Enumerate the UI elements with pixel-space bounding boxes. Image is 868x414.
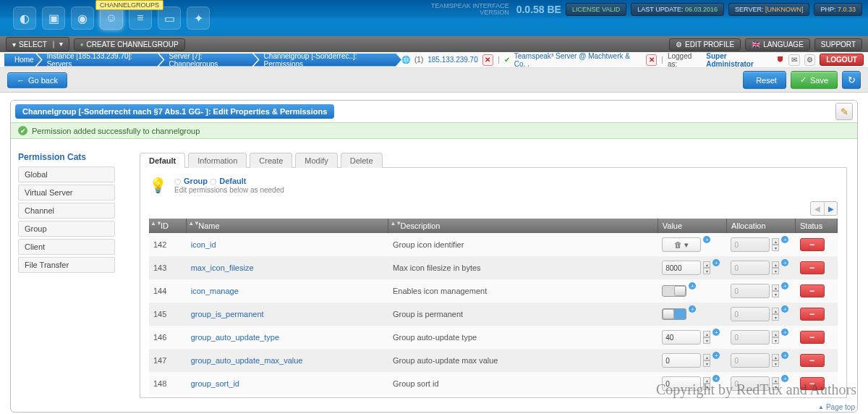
delete-row-button[interactable]: − [800, 261, 825, 274]
value-input[interactable] [662, 353, 701, 368]
add-value-button[interactable]: + [689, 305, 696, 313]
nav-misc-icon[interactable]: ✦ [187, 7, 210, 30]
add-allocation-button[interactable]: + [781, 305, 788, 313]
cell-name[interactable]: group_auto_update_max_value [187, 349, 388, 372]
tab-create[interactable]: Create [250, 153, 292, 168]
create-channelgroup-button[interactable]: CREATE CHANNELGROUP [74, 38, 185, 51]
add-allocation-button[interactable]: + [781, 282, 788, 290]
value-input[interactable] [662, 261, 701, 275]
page-next-button[interactable]: ▶ [824, 202, 837, 215]
tab-modify[interactable]: Modify [295, 153, 337, 168]
check-icon: ✔ [504, 56, 510, 64]
server-close-button[interactable]: ✕ [646, 54, 657, 66]
delete-row-button[interactable]: − [800, 308, 825, 321]
instance-close-button[interactable]: ✕ [482, 54, 493, 66]
cell-name[interactable]: group_is_permanent [187, 303, 388, 326]
allocation-input[interactable] [731, 237, 770, 252]
permission-cats-sidebar: Permission Cats Global Virtual Server Ch… [11, 145, 118, 413]
cell-name[interactable]: max_icon_filesize [187, 256, 388, 279]
allocation-input[interactable] [731, 353, 770, 368]
delete-row-button[interactable]: − [800, 331, 825, 344]
allocation-spinner[interactable]: ▴▾ [772, 354, 779, 367]
add-allocation-button[interactable]: + [781, 329, 788, 336]
add-value-button[interactable]: + [703, 236, 710, 243]
crumb-server[interactable]: Server [7]: Channelgroups [159, 54, 258, 67]
language-button[interactable]: 🇬🇧 LANGUAGE [745, 38, 810, 51]
mail-button[interactable]: ✉ [788, 54, 799, 66]
th-id[interactable]: ▲▼ID [149, 219, 187, 233]
support-button[interactable]: SUPPORT [814, 38, 862, 51]
refresh-button[interactable] [842, 71, 861, 89]
delete-row-button[interactable]: − [800, 284, 825, 297]
php-chip: PHP: 7.0.33 [814, 3, 862, 16]
th-desc[interactable]: ▲▼Description [388, 219, 658, 233]
add-value-button[interactable]: + [689, 282, 696, 290]
crumb-instance[interactable]: Instance [185.133.239.70]: Servers [37, 54, 163, 67]
value-spinner[interactable]: ▴▾ [703, 261, 710, 274]
add-allocation-button[interactable]: + [781, 352, 788, 359]
license-chip: LICENSE VALID [566, 3, 626, 16]
cell-id: 148 [149, 372, 187, 395]
value-input[interactable] [662, 330, 701, 345]
allocation-input[interactable] [731, 284, 770, 298]
edit-title-button[interactable]: ✎ [835, 103, 853, 120]
logout-button[interactable]: LOGOUT [820, 54, 864, 66]
th-status[interactable]: Status [796, 219, 838, 233]
value-spinner[interactable]: ▴▾ [703, 354, 710, 367]
value-icon-picker[interactable]: 🗑 ▾ [662, 237, 701, 252]
reset-button[interactable]: Reset [743, 71, 786, 89]
add-allocation-button[interactable]: + [781, 259, 788, 266]
allocation-input[interactable] [731, 307, 770, 321]
page-prev-button[interactable]: ◀ [811, 202, 824, 215]
value-toggle[interactable] [662, 308, 686, 320]
logged-user-link[interactable]: Super Administrator [706, 52, 773, 68]
allocation-spinner[interactable]: ▴▾ [772, 261, 779, 274]
select-instance-button[interactable]: ▾ SELECT ｜ ▾ [6, 37, 69, 51]
allocation-spinner[interactable]: ▴▾ [772, 308, 779, 321]
edit-profile-button[interactable]: EDIT PROFILE [669, 38, 741, 51]
cell-name[interactable]: icon_manage [187, 279, 388, 303]
page-top-link[interactable]: Page top [818, 403, 855, 411]
save-button[interactable]: Save [791, 71, 838, 89]
nav-dashboard-icon[interactable]: ◐ [13, 7, 36, 30]
cat-channel[interactable]: Channel [18, 203, 115, 219]
cat-global[interactable]: Global [18, 166, 115, 182]
tab-information[interactable]: Information [188, 153, 247, 168]
nav-instance-icon[interactable]: ◉ [71, 7, 94, 30]
cat-file-transfer[interactable]: File Transfer [18, 257, 115, 273]
crumb-home[interactable]: Home [4, 54, 41, 67]
cat-virtual-server[interactable]: Virtual Server [18, 185, 115, 200]
th-value[interactable]: Value [658, 219, 726, 233]
add-value-button[interactable]: + [712, 352, 720, 359]
add-allocation-button[interactable]: + [781, 236, 788, 243]
value-toggle[interactable] [662, 285, 686, 297]
server-name-link[interactable]: Teamspeak³ Server @ Machtwerk & Co. . [514, 52, 642, 68]
instance-ip-link[interactable]: 185.133.239.70 [427, 56, 478, 64]
value-spinner[interactable]: ▴▾ [703, 331, 710, 344]
tab-delete[interactable]: Delete [341, 153, 383, 168]
settings-button[interactable]: ⚙ [804, 54, 815, 66]
cat-group[interactable]: Group [18, 221, 115, 237]
add-value-button[interactable]: + [712, 329, 720, 336]
cell-name[interactable]: group_auto_update_type [187, 326, 388, 349]
allocation-spinner[interactable]: ▴▾ [772, 284, 779, 297]
th-name[interactable]: ▲▼Name [187, 219, 388, 233]
allocation-spinner[interactable]: ▴▾ [772, 238, 779, 251]
cell-id: 146 [149, 326, 187, 349]
th-alloc[interactable]: Allocation [726, 219, 795, 233]
delete-row-button[interactable]: − [800, 354, 825, 367]
go-back-button[interactable]: Go back [7, 72, 67, 88]
nav-servers-icon[interactable]: ▣ [42, 7, 65, 30]
allocation-spinner[interactable]: ▴▾ [772, 331, 779, 344]
allocation-input[interactable] [731, 261, 770, 275]
allocation-input[interactable] [731, 330, 770, 345]
action-bar: Go back Reset Save [0, 68, 868, 93]
cell-name[interactable]: group_sort_id [187, 372, 388, 395]
cell-desc: Group sort id [388, 372, 658, 395]
add-value-button[interactable]: + [712, 259, 720, 266]
tab-default[interactable]: Default [140, 153, 185, 168]
crumb-channelgroup[interactable]: Channelgroup [-Sonderrec..]: Permissions [254, 54, 401, 67]
delete-row-button[interactable]: − [800, 238, 825, 251]
cell-name[interactable]: icon_id [187, 233, 388, 256]
cat-client[interactable]: Client [18, 239, 115, 255]
